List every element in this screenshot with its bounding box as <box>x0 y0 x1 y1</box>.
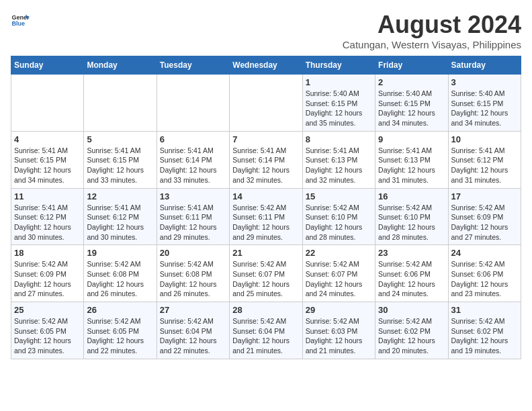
day-info: Sunrise: 5:42 AM Sunset: 6:02 PM Dayligh… <box>451 316 518 356</box>
day-info: Sunrise: 5:42 AM Sunset: 6:07 PM Dayligh… <box>232 259 299 299</box>
day-info: Sunrise: 5:42 AM Sunset: 6:05 PM Dayligh… <box>14 316 81 356</box>
day-number: 19 <box>87 248 153 258</box>
day-cell: 13Sunrise: 5:41 AM Sunset: 6:11 PM Dayli… <box>157 188 229 245</box>
day-number: 13 <box>160 191 226 201</box>
day-cell: 15Sunrise: 5:42 AM Sunset: 6:10 PM Dayli… <box>302 188 375 245</box>
day-cell: 23Sunrise: 5:42 AM Sunset: 6:06 PM Dayli… <box>375 245 448 302</box>
day-number: 8 <box>306 134 372 144</box>
day-number: 27 <box>160 305 226 315</box>
day-cell: 8Sunrise: 5:41 AM Sunset: 6:13 PM Daylig… <box>302 131 375 188</box>
day-number: 6 <box>160 134 226 144</box>
day-cell: 16Sunrise: 5:42 AM Sunset: 6:10 PM Dayli… <box>375 188 448 245</box>
header-cell-friday: Friday <box>375 56 448 75</box>
main-title: August 2024 <box>343 11 521 39</box>
day-cell: 20Sunrise: 5:42 AM Sunset: 6:08 PM Dayli… <box>157 245 229 302</box>
day-number: 30 <box>378 305 445 315</box>
day-cell: 25Sunrise: 5:42 AM Sunset: 6:05 PM Dayli… <box>11 302 84 359</box>
day-number: 31 <box>451 305 518 315</box>
day-cell: 14Sunrise: 5:42 AM Sunset: 6:11 PM Dayli… <box>230 188 302 245</box>
day-info: Sunrise: 5:41 AM Sunset: 6:12 PM Dayligh… <box>87 203 153 242</box>
day-info: Sunrise: 5:42 AM Sunset: 6:08 PM Dayligh… <box>160 259 226 299</box>
day-cell: 12Sunrise: 5:41 AM Sunset: 6:12 PM Dayli… <box>84 188 157 245</box>
day-cell: 22Sunrise: 5:42 AM Sunset: 6:07 PM Dayli… <box>302 245 375 302</box>
day-info: Sunrise: 5:40 AM Sunset: 6:15 PM Dayligh… <box>306 89 372 128</box>
day-cell: 17Sunrise: 5:42 AM Sunset: 6:09 PM Dayli… <box>448 188 521 245</box>
day-number: 22 <box>306 248 372 258</box>
day-cell: 9Sunrise: 5:41 AM Sunset: 6:13 PM Daylig… <box>375 131 448 188</box>
day-cell: 30Sunrise: 5:42 AM Sunset: 6:02 PM Dayli… <box>375 302 448 359</box>
day-cell: 31Sunrise: 5:42 AM Sunset: 6:02 PM Dayli… <box>448 302 521 359</box>
day-cell: 5Sunrise: 5:41 AM Sunset: 6:15 PM Daylig… <box>84 131 157 188</box>
day-cell: 4Sunrise: 5:41 AM Sunset: 6:15 PM Daylig… <box>11 131 84 188</box>
day-info: Sunrise: 5:42 AM Sunset: 6:04 PM Dayligh… <box>232 316 299 356</box>
day-info: Sunrise: 5:41 AM Sunset: 6:11 PM Dayligh… <box>160 203 226 242</box>
day-number: 10 <box>451 134 518 144</box>
header-cell-wednesday: Wednesday <box>230 56 302 75</box>
day-cell: 24Sunrise: 5:42 AM Sunset: 6:06 PM Dayli… <box>448 245 521 302</box>
day-info: Sunrise: 5:42 AM Sunset: 6:09 PM Dayligh… <box>451 203 518 242</box>
day-cell <box>11 75 84 132</box>
week-row-3: 11Sunrise: 5:41 AM Sunset: 6:12 PM Dayli… <box>11 188 521 245</box>
logo-icon: General Blue <box>11 11 30 30</box>
day-number: 16 <box>378 191 445 201</box>
day-number: 20 <box>160 248 226 258</box>
day-info: Sunrise: 5:42 AM Sunset: 6:02 PM Dayligh… <box>378 316 445 356</box>
day-number: 2 <box>378 77 445 87</box>
day-info: Sunrise: 5:42 AM Sunset: 6:04 PM Dayligh… <box>160 316 226 356</box>
day-info: Sunrise: 5:42 AM Sunset: 6:05 PM Dayligh… <box>87 316 153 356</box>
week-row-4: 18Sunrise: 5:42 AM Sunset: 6:09 PM Dayli… <box>11 245 521 302</box>
day-cell: 27Sunrise: 5:42 AM Sunset: 6:04 PM Dayli… <box>157 302 229 359</box>
week-row-1: 1Sunrise: 5:40 AM Sunset: 6:15 PM Daylig… <box>11 75 521 132</box>
day-info: Sunrise: 5:42 AM Sunset: 6:08 PM Dayligh… <box>87 259 153 299</box>
day-info: Sunrise: 5:42 AM Sunset: 6:09 PM Dayligh… <box>14 259 81 299</box>
day-cell: 7Sunrise: 5:41 AM Sunset: 6:14 PM Daylig… <box>230 131 302 188</box>
day-cell: 18Sunrise: 5:42 AM Sunset: 6:09 PM Dayli… <box>11 245 84 302</box>
day-number: 21 <box>232 248 299 258</box>
day-info: Sunrise: 5:42 AM Sunset: 6:06 PM Dayligh… <box>378 259 445 299</box>
day-number: 25 <box>14 305 81 315</box>
day-info: Sunrise: 5:41 AM Sunset: 6:15 PM Dayligh… <box>14 146 81 185</box>
day-cell <box>84 75 157 132</box>
day-cell: 6Sunrise: 5:41 AM Sunset: 6:14 PM Daylig… <box>157 131 229 188</box>
day-cell: 28Sunrise: 5:42 AM Sunset: 6:04 PM Dayli… <box>230 302 302 359</box>
day-info: Sunrise: 5:41 AM Sunset: 6:13 PM Dayligh… <box>306 146 372 185</box>
day-info: Sunrise: 5:41 AM Sunset: 6:15 PM Dayligh… <box>87 146 153 185</box>
day-cell: 2Sunrise: 5:40 AM Sunset: 6:15 PM Daylig… <box>375 75 448 132</box>
header-row: SundayMondayTuesdayWednesdayThursdayFrid… <box>11 56 521 75</box>
day-info: Sunrise: 5:41 AM Sunset: 6:14 PM Dayligh… <box>232 146 299 185</box>
header: General Blue August 2024 Catungan, Weste… <box>11 11 521 50</box>
day-number: 7 <box>232 134 299 144</box>
day-info: Sunrise: 5:42 AM Sunset: 6:10 PM Dayligh… <box>378 203 445 242</box>
day-number: 1 <box>306 77 372 87</box>
day-cell: 11Sunrise: 5:41 AM Sunset: 6:12 PM Dayli… <box>11 188 84 245</box>
day-number: 11 <box>14 191 81 201</box>
day-number: 17 <box>451 191 518 201</box>
day-cell <box>157 75 229 132</box>
logo: General Blue <box>11 11 30 30</box>
calendar-body: 1Sunrise: 5:40 AM Sunset: 6:15 PM Daylig… <box>11 75 521 359</box>
header-cell-thursday: Thursday <box>302 56 375 75</box>
week-row-2: 4Sunrise: 5:41 AM Sunset: 6:15 PM Daylig… <box>11 131 521 188</box>
day-number: 5 <box>87 134 153 144</box>
day-cell <box>230 75 302 132</box>
day-number: 24 <box>451 248 518 258</box>
calendar-header: SundayMondayTuesdayWednesdayThursdayFrid… <box>11 56 521 75</box>
day-number: 14 <box>232 191 299 201</box>
day-number: 28 <box>232 305 299 315</box>
day-number: 26 <box>87 305 153 315</box>
subtitle: Catungan, Western Visayas, Philippines <box>343 39 521 50</box>
header-cell-saturday: Saturday <box>448 56 521 75</box>
day-number: 18 <box>14 248 81 258</box>
day-info: Sunrise: 5:40 AM Sunset: 6:15 PM Dayligh… <box>451 89 518 128</box>
day-info: Sunrise: 5:41 AM Sunset: 6:13 PM Dayligh… <box>378 146 445 185</box>
day-cell: 19Sunrise: 5:42 AM Sunset: 6:08 PM Dayli… <box>84 245 157 302</box>
day-info: Sunrise: 5:42 AM Sunset: 6:06 PM Dayligh… <box>451 259 518 299</box>
day-info: Sunrise: 5:42 AM Sunset: 6:07 PM Dayligh… <box>306 259 372 299</box>
day-cell: 1Sunrise: 5:40 AM Sunset: 6:15 PM Daylig… <box>302 75 375 132</box>
day-number: 3 <box>451 77 518 87</box>
day-info: Sunrise: 5:42 AM Sunset: 6:11 PM Dayligh… <box>232 203 299 242</box>
svg-text:Blue: Blue <box>11 20 25 27</box>
day-number: 23 <box>378 248 445 258</box>
day-number: 9 <box>378 134 445 144</box>
day-number: 12 <box>87 191 153 201</box>
